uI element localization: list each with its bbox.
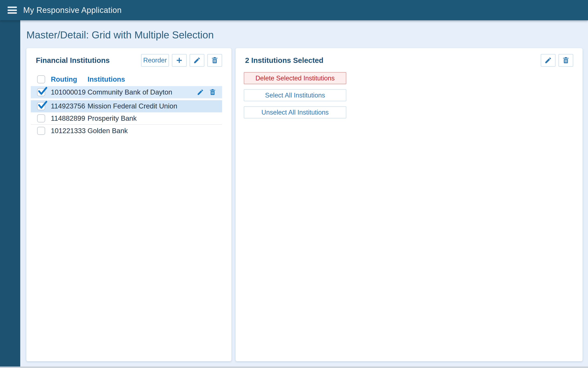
institutions-grid: Routing Institutions 101000019 Community… bbox=[31, 74, 222, 137]
app-header: My Responsive Application bbox=[0, 0, 588, 20]
institution-cell: Mission Federal Credit Union bbox=[88, 102, 177, 110]
sidebar-rail bbox=[0, 20, 20, 368]
delete-institution-button[interactable] bbox=[207, 54, 222, 67]
institution-cell: Prosperity Bank bbox=[88, 114, 137, 122]
edit-institution-button[interactable] bbox=[190, 54, 204, 67]
detail-panel: 2 Institutions Selected Delete Selected … bbox=[235, 48, 582, 361]
row-delete-trash-icon[interactable] bbox=[209, 89, 216, 96]
routing-cell: 101221333 bbox=[51, 127, 83, 135]
detail-actions: Delete Selected Institutions Select All … bbox=[244, 72, 346, 118]
detail-edit-button[interactable] bbox=[541, 54, 555, 67]
app-window: My Responsive Application Master/Detail:… bbox=[0, 0, 588, 368]
master-toolbar: Reorder bbox=[141, 54, 222, 67]
menu-icon[interactable] bbox=[8, 7, 17, 14]
row-actions bbox=[197, 89, 216, 96]
grid-header-row: Routing Institutions bbox=[31, 74, 222, 85]
pencil-icon bbox=[544, 56, 552, 64]
routing-cell: 114882899 bbox=[51, 114, 83, 122]
table-row[interactable]: 114882899 Prosperity Bank bbox=[31, 112, 222, 125]
table-row[interactable]: 114923756 Mission Federal Credit Union bbox=[31, 100, 222, 112]
row-checkbox[interactable] bbox=[37, 88, 45, 96]
master-panel-title: Financial Institutions bbox=[36, 56, 110, 64]
detail-delete-button[interactable] bbox=[559, 54, 573, 67]
window-bottom-edge bbox=[0, 367, 588, 368]
page-title: Master/Detail: Grid with Multiple Select… bbox=[26, 29, 214, 41]
unselect-all-button[interactable]: Unselect All Institutions bbox=[244, 106, 346, 118]
plus-icon bbox=[175, 56, 183, 64]
column-header-routing[interactable]: Routing bbox=[51, 75, 83, 83]
trash-icon bbox=[211, 56, 218, 64]
checkmark-icon bbox=[38, 86, 47, 96]
institution-cell: Golden Bank bbox=[88, 127, 128, 135]
trash-icon bbox=[562, 56, 570, 64]
pencil-icon bbox=[193, 56, 201, 64]
detail-toolbar bbox=[541, 54, 573, 67]
delete-selected-button[interactable]: Delete Selected Institutions bbox=[244, 72, 346, 84]
app-title: My Responsive Application bbox=[23, 6, 122, 15]
detail-panel-title: 2 Institutions Selected bbox=[245, 56, 323, 64]
table-row[interactable]: 101221333 Golden Bank bbox=[31, 125, 222, 137]
routing-cell: 114923756 bbox=[51, 102, 83, 110]
routing-cell: 101000019 bbox=[51, 88, 83, 96]
select-all-checkbox[interactable] bbox=[37, 75, 45, 83]
row-checkbox[interactable] bbox=[37, 127, 45, 135]
column-header-institutions[interactable]: Institutions bbox=[88, 75, 125, 83]
master-panel: Financial Institutions Reorder bbox=[26, 48, 231, 361]
select-all-button[interactable]: Select All Institutions bbox=[244, 89, 346, 101]
row-checkbox[interactable] bbox=[37, 102, 45, 110]
table-row[interactable]: 101000019 Community Bank of Dayton bbox=[31, 86, 222, 98]
row-checkbox[interactable] bbox=[37, 114, 45, 122]
checkmark-icon bbox=[38, 101, 47, 110]
reorder-button[interactable]: Reorder bbox=[141, 54, 169, 67]
content-area: Master/Detail: Grid with Multiple Select… bbox=[20, 20, 588, 368]
add-institution-button[interactable] bbox=[172, 54, 187, 67]
row-edit-pencil-icon[interactable] bbox=[197, 89, 204, 96]
institution-cell: Community Bank of Dayton bbox=[88, 88, 172, 96]
